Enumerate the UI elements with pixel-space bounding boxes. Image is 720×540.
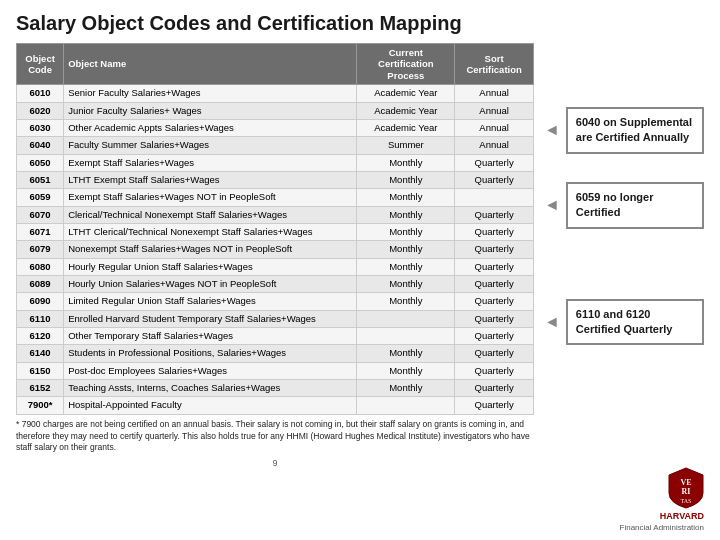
- table-row: 6150 Post-doc Employees Salaries+Wages M…: [17, 362, 534, 379]
- cell-name: Exempt Staff Salaries+Wages NOT in Peopl…: [64, 189, 357, 206]
- cell-name: Students in Professional Positions, Sala…: [64, 345, 357, 362]
- table-row: 6079 Nonexempt Staff Salaries+Wages NOT …: [17, 241, 534, 258]
- table-row: 6010 Senior Faculty Salaries+Wages Acade…: [17, 85, 534, 102]
- cell-name: Other Academic Appts Salaries+Wages: [64, 119, 357, 136]
- cell-cert: Quarterly: [455, 327, 534, 344]
- cell-cert: Quarterly: [455, 310, 534, 327]
- cell-name: LTHT Exempt Staff Salaries+Wages: [64, 171, 357, 188]
- cell-process: Academic Year: [357, 119, 455, 136]
- cell-process: [357, 397, 455, 414]
- col-header-code: Object Code: [17, 44, 64, 85]
- cell-name: Post-doc Employees Salaries+Wages: [64, 362, 357, 379]
- cell-code: 6071: [17, 223, 64, 240]
- table-row: 6140 Students in Professional Positions,…: [17, 345, 534, 362]
- cell-cert: Annual: [455, 119, 534, 136]
- cell-process: Monthly: [357, 154, 455, 171]
- cell-process: Summer: [357, 137, 455, 154]
- table-row: 7900* Hospital-Appointed Faculty Quarter…: [17, 397, 534, 414]
- cell-name: Faculty Summer Salaries+Wages: [64, 137, 357, 154]
- table-row: 6050 Exempt Staff Salaries+Wages Monthly…: [17, 154, 534, 171]
- main-content: Object Code Object Name Current Certific…: [16, 43, 704, 532]
- cell-process: [357, 327, 455, 344]
- svg-text:RI: RI: [682, 487, 691, 496]
- cell-code: 6089: [17, 275, 64, 292]
- harvard-dept: Financial Administration: [620, 523, 704, 532]
- cell-cert: Quarterly: [455, 275, 534, 292]
- svg-text:TAS: TAS: [681, 498, 692, 504]
- cell-process: Academic Year: [357, 102, 455, 119]
- table-row: 6059 Exempt Staff Salaries+Wages NOT in …: [17, 189, 534, 206]
- cell-code: 6040: [17, 137, 64, 154]
- cell-cert: Quarterly: [455, 345, 534, 362]
- page-title: Salary Object Codes and Certification Ma…: [16, 12, 704, 35]
- cell-name: Exempt Staff Salaries+Wages: [64, 154, 357, 171]
- cell-code: 6020: [17, 102, 64, 119]
- cell-cert: Quarterly: [455, 154, 534, 171]
- table-section: Object Code Object Name Current Certific…: [16, 43, 534, 532]
- cell-name: Clerical/Technical Nonexempt Staff Salar…: [64, 206, 357, 223]
- cell-cert: Annual: [455, 85, 534, 102]
- cell-cert: Quarterly: [455, 380, 534, 397]
- harvard-name: HARVARD: [660, 511, 704, 521]
- col-header-name: Object Name: [64, 44, 357, 85]
- callout-6040: 6040 on Supplemental are Certified Annua…: [566, 107, 704, 154]
- cell-code: 6080: [17, 258, 64, 275]
- table-row: 6070 Clerical/Technical Nonexempt Staff …: [17, 206, 534, 223]
- cell-code: 6050: [17, 154, 64, 171]
- cell-code: 6070: [17, 206, 64, 223]
- callout-6059-wrapper: ◄ 6059 no longer Certified: [544, 182, 704, 229]
- cell-cert: Quarterly: [455, 397, 534, 414]
- callout-6059: 6059 no longer Certified: [566, 182, 704, 229]
- harvard-logo: VE RI TAS HARVARD Financial Administrati…: [544, 467, 704, 532]
- cell-name: Senior Faculty Salaries+Wages: [64, 85, 357, 102]
- cell-process: Academic Year: [357, 85, 455, 102]
- table-row: 6071 LTHT Clerical/Technical Nonexempt S…: [17, 223, 534, 240]
- cell-process: Monthly: [357, 258, 455, 275]
- cell-name: Other Temporary Staff Salaries+Wages: [64, 327, 357, 344]
- cell-code: 6090: [17, 293, 64, 310]
- table-row: 6040 Faculty Summer Salaries+Wages Summe…: [17, 137, 534, 154]
- table-row: 6020 Junior Faculty Salaries+ Wages Acad…: [17, 102, 534, 119]
- salary-table: Object Code Object Name Current Certific…: [16, 43, 534, 415]
- cell-process: Monthly: [357, 275, 455, 292]
- table-row: 6080 Hourly Regular Union Staff Salaries…: [17, 258, 534, 275]
- cell-name: LTHT Clerical/Technical Nonexempt Staff …: [64, 223, 357, 240]
- cell-cert: Annual: [455, 102, 534, 119]
- table-row: 6120 Other Temporary Staff Salaries+Wage…: [17, 327, 534, 344]
- cell-cert: Quarterly: [455, 362, 534, 379]
- cell-process: Monthly: [357, 189, 455, 206]
- footnote: * 7900 charges are not being certified o…: [16, 419, 534, 455]
- arrow-6040-icon: ◄: [544, 121, 560, 139]
- page-number: 9: [16, 458, 534, 468]
- cell-process: Monthly: [357, 380, 455, 397]
- cell-name: Hourly Union Salaries+Wages NOT in Peopl…: [64, 275, 357, 292]
- table-row: 6090 Limited Regular Union Staff Salarie…: [17, 293, 534, 310]
- cell-cert: Quarterly: [455, 171, 534, 188]
- cell-process: Monthly: [357, 223, 455, 240]
- cell-name: Junior Faculty Salaries+ Wages: [64, 102, 357, 119]
- cell-name: Hospital-Appointed Faculty: [64, 397, 357, 414]
- cell-name: Teaching Assts, Interns, Coaches Salarie…: [64, 380, 357, 397]
- col-header-process: Current Certification Process: [357, 44, 455, 85]
- cell-process: Monthly: [357, 293, 455, 310]
- arrow-6110-icon: ◄: [544, 313, 560, 331]
- cell-name: Hourly Regular Union Staff Salaries+Wage…: [64, 258, 357, 275]
- cell-process: [357, 310, 455, 327]
- cell-code: 6150: [17, 362, 64, 379]
- callout-6110-wrapper: ◄ 6110 and 6120 Certified Quarterly: [544, 299, 704, 346]
- cell-cert: Quarterly: [455, 206, 534, 223]
- cell-process: Monthly: [357, 241, 455, 258]
- cell-process: Monthly: [357, 206, 455, 223]
- cell-code: 6140: [17, 345, 64, 362]
- cell-name: Enrolled Harvard Student Temporary Staff…: [64, 310, 357, 327]
- cell-code: 6120: [17, 327, 64, 344]
- cell-cert: Quarterly: [455, 258, 534, 275]
- cell-cert: Quarterly: [455, 223, 534, 240]
- cell-code: 6059: [17, 189, 64, 206]
- callout-6110: 6110 and 6120 Certified Quarterly: [566, 299, 704, 346]
- cell-cert: Quarterly: [455, 241, 534, 258]
- side-notes: ◄ 6040 on Supplemental are Certified Ann…: [544, 43, 704, 532]
- table-row: 6110 Enrolled Harvard Student Temporary …: [17, 310, 534, 327]
- cell-code: 6030: [17, 119, 64, 136]
- cell-name: Limited Regular Union Staff Salaries+Wag…: [64, 293, 357, 310]
